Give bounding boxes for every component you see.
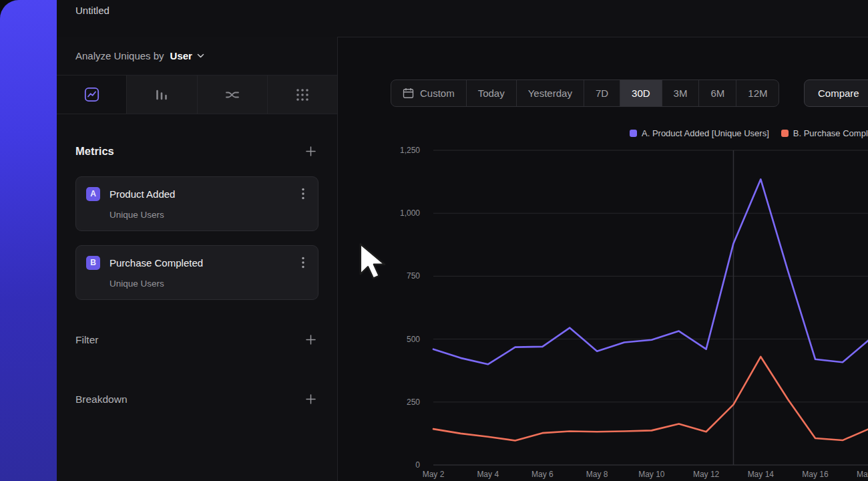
metric-card[interactable]: A Product Added Unique Users [75,176,318,231]
svg-text:May 18: May 18 [857,470,868,479]
metric-options-button[interactable] [298,255,308,270]
date-range-6m[interactable]: 6M [698,80,736,106]
metric-measurement[interactable]: Unique Users [110,279,308,289]
top-bar: Untitled [57,0,868,37]
chart-type-tabs [57,75,337,114]
filter-title: Filter [75,334,98,346]
add-metric-button[interactable] [303,144,318,159]
breakdown-section-header: Breakdown [75,391,318,407]
plus-icon [304,333,317,346]
plus-icon [304,145,317,158]
add-filter-button[interactable] [303,332,318,347]
svg-text:May 4: May 4 [477,470,499,479]
chevron-down-icon [197,53,204,58]
background-gradient [0,0,57,481]
mouse-cursor [359,242,387,281]
app-body: Analyze Uniques by User [57,37,868,481]
metric-card-row: A Product Added [86,186,308,201]
analytics-app-screen: Untitled Analyze Uniques by User [0,0,868,481]
date-range-12m[interactable]: 12M [736,80,779,106]
svg-text:May 8: May 8 [586,470,608,479]
date-range-custom[interactable]: Custom [391,80,466,106]
svg-text:500: 500 [407,335,420,344]
line-chart-icon [84,87,99,102]
svg-text:0: 0 [415,460,420,470]
analyze-by-value: User [170,50,192,61]
metric-card-row: B Purchase Completed [86,255,308,270]
kebab-menu-icon [302,257,304,269]
svg-text:May 12: May 12 [693,470,720,479]
metric-measurement[interactable]: Unique Users [110,210,308,220]
metric-name: Purchase Completed [110,257,289,269]
chart-panel: Custom Today Yesterday 7D 30D 3M 6M 12M … [338,37,868,481]
date-range-yesterday[interactable]: Yesterday [516,80,584,106]
date-range-3m[interactable]: 3M [662,80,699,106]
metric-name: Product Added [110,188,289,200]
kebab-menu-icon [302,188,304,200]
retention-grid-icon [295,88,310,102]
filter-section-header: Filter [75,332,318,347]
query-sidebar: Analyze Uniques by User [57,37,338,481]
breakdown-title: Breakdown [75,393,128,406]
tab-flows[interactable] [197,75,267,114]
compare-button[interactable]: Compare [804,79,868,107]
svg-text:May 6: May 6 [531,470,554,479]
metric-card[interactable]: B Purchase Completed Unique Users [75,245,318,300]
metrics-title: Metrics [75,145,114,158]
date-range-picker: Custom Today Yesterday 7D 30D 3M 6M 12M [391,79,779,107]
line-chart[interactable]: 02505007501,0001,250May 2May 4May 6May 8… [338,121,868,481]
analyze-header: Analyze Uniques by User [57,37,337,75]
bar-chart-icon [154,88,169,102]
app-window: Untitled Analyze Uniques by User [57,0,868,481]
date-range-30d[interactable]: 30D [620,80,662,106]
metric-badge: B [86,256,100,270]
calendar-icon [403,88,414,99]
plus-icon [304,393,317,406]
tab-funnels[interactable] [126,75,196,114]
metric-options-button[interactable] [298,186,308,201]
date-range-today[interactable]: Today [466,80,516,106]
svg-text:May 10: May 10 [638,470,665,479]
svg-text:May 14: May 14 [748,470,775,479]
metrics-section-header: Metrics [75,144,318,159]
analyze-by-dropdown[interactable]: User [170,50,204,61]
date-range-7d[interactable]: 7D [584,80,620,106]
svg-text:250: 250 [407,397,420,407]
tab-insights[interactable] [57,75,126,114]
flows-icon [224,88,240,102]
sidebar-content: Metrics A Product Added [57,114,337,407]
metric-badge: A [86,187,100,201]
add-breakdown-button[interactable] [303,391,318,407]
analyze-label: Analyze Uniques by [75,50,164,61]
date-range-label: Custom [420,88,455,99]
svg-text:May 2: May 2 [423,470,445,479]
svg-text:May 16: May 16 [802,470,829,479]
svg-text:750: 750 [407,271,420,281]
svg-text:1,250: 1,250 [400,146,420,155]
svg-text:1,000: 1,000 [400,208,420,218]
report-title[interactable]: Untitled [75,5,110,16]
tab-retention[interactable] [267,75,337,114]
